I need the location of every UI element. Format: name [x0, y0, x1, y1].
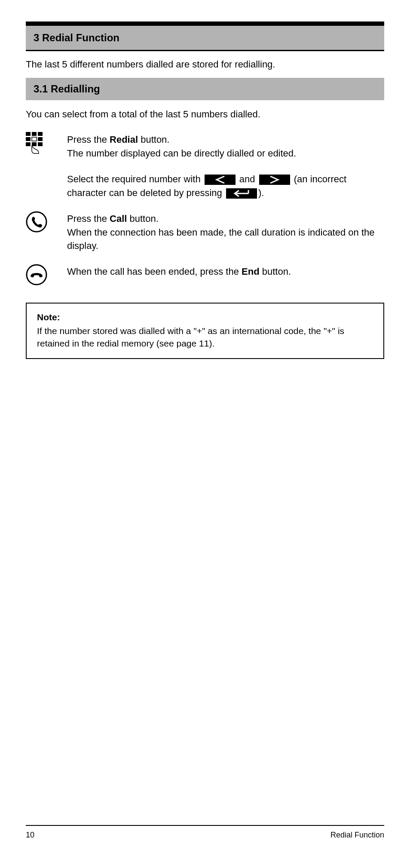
step-text: Press the Call button. When the connecti… [67, 211, 384, 253]
text: ). [258, 187, 264, 198]
end-label: End [242, 266, 260, 277]
text: The number displayed can be directly dia… [67, 148, 296, 159]
step-row: When the call has been ended, press the … [26, 264, 384, 285]
under-rule [26, 50, 384, 51]
top-rule [26, 21, 384, 26]
right-arrow-key-icon [259, 175, 290, 185]
text: When the call has been ended, press the [67, 266, 242, 277]
left-arrow-key-icon [205, 175, 236, 185]
note-box: Note: If the number stored was dialled w… [26, 303, 384, 359]
text: Select the required number with [67, 174, 203, 184]
body-text: You can select from a total of the last … [26, 108, 384, 121]
svg-rect-3 [26, 137, 31, 141]
note-heading: Note: [37, 312, 60, 322]
text: Press the [67, 134, 110, 145]
footer-title: Redial Function [330, 831, 384, 840]
text: button. [260, 266, 291, 277]
text: When the connection has been made, the c… [67, 227, 374, 252]
step-text: Press the Redial button. The number disp… [67, 132, 384, 160]
backspace-key-icon [226, 188, 257, 199]
intro-text: The last 5 different numbers dialled are… [26, 59, 384, 70]
svg-rect-1 [32, 132, 37, 136]
svg-rect-5 [38, 137, 43, 141]
note-body: If the number stored was dialled with a … [37, 325, 373, 350]
text: Press the [67, 213, 110, 224]
subsection-header: 3.1 Redialling [26, 78, 384, 100]
section-header: 3 Redial Function [26, 26, 384, 50]
svg-rect-2 [38, 132, 43, 136]
svg-rect-0 [26, 132, 31, 136]
text: button. [127, 213, 158, 224]
step-row: Press the Call button. When the connecti… [26, 211, 384, 253]
page: 3 Redial Function The last 5 different n… [0, 0, 410, 868]
svg-point-11 [27, 212, 46, 232]
step-text: When the call has been ended, press the … [67, 264, 384, 279]
empty-icon [26, 172, 47, 193]
svg-rect-7 [32, 142, 37, 146]
step-text: Select the required number with and (an … [67, 172, 384, 200]
call-icon [26, 211, 47, 233]
text: and [237, 174, 258, 184]
redial-label: Redial [110, 134, 138, 145]
call-label: Call [110, 213, 127, 224]
svg-rect-4 [32, 137, 37, 141]
keypad-icon [26, 132, 47, 153]
svg-rect-6 [26, 142, 31, 146]
step-row: Press the Redial button. The number disp… [26, 132, 384, 160]
step-row: Select the required number with and (an … [26, 172, 384, 200]
footer-rule [26, 825, 384, 826]
svg-rect-8 [38, 142, 43, 146]
end-call-icon [26, 264, 47, 285]
text: button. [138, 134, 169, 145]
page-number: 10 [26, 831, 34, 840]
